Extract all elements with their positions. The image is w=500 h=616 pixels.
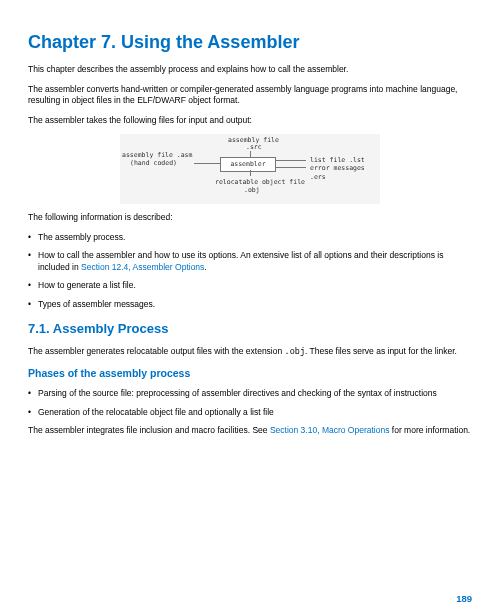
diagram-arrow-right1 <box>276 160 306 161</box>
list-item: Parsing of the source file: preprocessin… <box>28 388 472 399</box>
section-title-assembly-process: 7.1. Assembly Process <box>28 320 472 338</box>
diagram-label-bottom1: relocatable object file <box>215 178 305 187</box>
phases-list: Parsing of the source file: preprocessin… <box>28 388 472 418</box>
list-item-text-tail: . <box>204 262 206 272</box>
link-assembler-options[interactable]: Section 12.4, Assembler Options <box>81 262 204 272</box>
list-item: How to call the assembler and how to use… <box>28 250 472 273</box>
code-obj-extension: .obj <box>285 347 305 357</box>
chapter-title: Chapter 7. Using the Assembler <box>28 30 472 54</box>
para-text-tail: . These files serve as input for the lin… <box>305 346 457 356</box>
diagram-arrow-right2 <box>276 167 306 168</box>
para-text: The assembler generates relocatable outp… <box>28 346 285 356</box>
diagram-label-top2: .src <box>246 143 262 152</box>
subsection-title-phases: Phases of the assembly process <box>28 366 472 380</box>
link-macro-operations[interactable]: Section 3.10, Macro Operations <box>270 425 390 435</box>
para-text-tail: for more information. <box>389 425 470 435</box>
para-text: The assembler integrates file inclusion … <box>28 425 270 435</box>
diagram-label-left2: (hand coded) <box>130 159 177 168</box>
assembler-diagram: assembly file .src assembly file .asm (h… <box>120 134 380 204</box>
para-following-info: The following information is described: <box>28 212 472 223</box>
diagram-box-assembler: assembler <box>220 157 276 172</box>
list-item: Types of assembler messages. <box>28 299 472 310</box>
diagram-label-right2: error messages .ers <box>310 164 380 182</box>
diagram-arrow-top <box>250 151 251 157</box>
info-list: The assembly process. How to call the as… <box>28 232 472 310</box>
intro-para-3: The assembler takes the following files … <box>28 115 472 126</box>
intro-para-1: This chapter describes the assembly proc… <box>28 64 472 75</box>
diagram-label-bottom2: .obj <box>244 186 260 195</box>
list-item: How to generate a list file. <box>28 280 472 291</box>
diagram-arrow-bottom <box>250 170 251 176</box>
diagram-arrow-left <box>194 163 220 164</box>
para-assembly-process: The assembler generates relocatable outp… <box>28 346 472 358</box>
para-macro-facilities: The assembler integrates file inclusion … <box>28 425 472 436</box>
intro-para-2: The assembler converts hand-written or c… <box>28 84 472 107</box>
list-item: Generation of the relocatable object fil… <box>28 407 472 418</box>
page-number: 189 <box>456 593 472 606</box>
list-item: The assembly process. <box>28 232 472 243</box>
